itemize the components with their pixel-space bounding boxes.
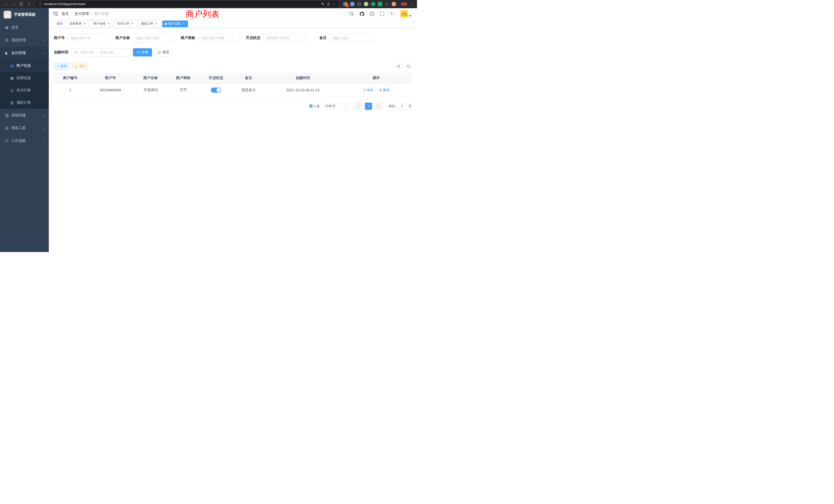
sidebar-item-app-info[interactable]: ▦ 应用信息 [0, 72, 49, 84]
sidebar-item-infrastructure[interactable]: ▧ 基础设施 [0, 109, 49, 122]
extension-icon-1[interactable]: 10 [343, 2, 348, 6]
add-button[interactable]: + 新增 [54, 63, 70, 70]
share-icon[interactable] [327, 2, 330, 6]
yen-icon: ¥ [5, 51, 11, 55]
site-info-icon[interactable]: i [39, 2, 42, 6]
user-avatar[interactable] [400, 10, 411, 18]
extension-icon-3[interactable] [357, 2, 361, 6]
sidebar-item-refund-order[interactable]: ▥ 退款订单 [0, 96, 49, 109]
forward-icon[interactable]: → [10, 1, 17, 7]
merchant-table: 商户编号 商户号 商户全称 商户简称 开启状态 备注 创建时间 操作 1 M23… [54, 73, 412, 97]
goto-page-input[interactable] [397, 103, 407, 110]
extension-icon-7[interactable] [385, 2, 389, 6]
close-icon[interactable]: × [131, 22, 134, 26]
sidebar-item-label: 支付管理 [11, 51, 26, 55]
search-button[interactable]: 搜索 [133, 48, 152, 56]
back-icon[interactable]: ← [3, 1, 9, 7]
sidebar-item-merchant-info[interactable]: ▤ 商户信息 [0, 60, 49, 72]
sidebar-item-system[interactable]: ⚙ 系统管理 [0, 34, 49, 47]
delete-button[interactable]: 删除 [379, 88, 390, 92]
bookmark-star-icon[interactable]: ☆ [332, 2, 335, 6]
field-label: 商户号 [54, 36, 65, 40]
refund-order-icon: ▥ [10, 100, 17, 105]
tab-process-form[interactable]: 流程表单 × [67, 21, 89, 27]
toggle-search-icon[interactable] [395, 63, 402, 70]
help-icon[interactable]: ? [370, 12, 374, 16]
close-icon[interactable]: × [182, 22, 185, 26]
close-icon[interactable]: × [83, 22, 87, 26]
chrome-update-button[interactable]: 更新 [401, 2, 407, 6]
gear-icon: ⚙ [5, 38, 11, 43]
extension-icon-8[interactable] [392, 2, 396, 6]
breadcrumb-payment[interactable]: 支付管理 [74, 12, 89, 16]
search-icon[interactable] [349, 12, 354, 16]
sidebar-item-devtools[interactable]: ⊞ 研发工具 [0, 122, 49, 135]
sidebar-item-home[interactable]: ◉ 首页 [0, 21, 49, 34]
password-key-icon[interactable] [321, 2, 325, 6]
pagination-goto: 前往 页 [389, 103, 412, 110]
app-title: 芋道管理系统 [14, 12, 36, 17]
extension-icon-5[interactable] [371, 2, 375, 6]
merchant-no-input-field[interactable] [71, 36, 107, 40]
extension-icon-6[interactable] [378, 2, 382, 6]
header-merchant-no: 商户号 [87, 73, 134, 83]
merchant-fullname-input-field[interactable] [136, 36, 172, 40]
avatar-caret-icon [409, 16, 411, 17]
breadcrumb-separator: / [91, 12, 92, 16]
merchant-shortname-input-field[interactable] [201, 36, 237, 40]
font-size-icon[interactable]: TT [390, 12, 395, 16]
sidebar-item-payment[interactable]: ¥ 支付管理 [0, 47, 49, 60]
prev-page-button[interactable]: ‹ [355, 102, 362, 110]
cell-actions: 修改 删除 [341, 83, 412, 97]
remark-input-field[interactable] [332, 36, 371, 40]
next-page-button[interactable]: › [375, 102, 382, 110]
refresh-icon[interactable] [405, 63, 412, 70]
breadcrumb-current: 商户信息 [94, 12, 109, 16]
tab-user-group[interactable]: 用户分组 × [91, 21, 113, 27]
breadcrumb: 首页 / 支付管理 / 商户信息 [62, 12, 109, 16]
fullscreen-icon[interactable] [380, 12, 385, 16]
github-icon[interactable] [359, 12, 364, 17]
extension-icon-2[interactable] [350, 2, 355, 6]
date-range-picker[interactable]: - [71, 48, 130, 56]
search-form-row-2: 创建时间 - 搜索 重置 [54, 48, 412, 56]
page-size-value: 10条/页 [325, 104, 336, 108]
close-icon[interactable]: × [155, 22, 158, 26]
address-bar[interactable]: i localhost:1024/pay/merchant ☆ [36, 1, 338, 7]
cell-merchant-no: M233666999 [87, 83, 134, 97]
sidebar-item-pay-order[interactable]: ◎ 支付订单 [0, 84, 49, 96]
sidebar-item-workflow[interactable]: ⊡ 工作流程 [0, 135, 49, 147]
tab-pay-order[interactable]: 支付订单 × [114, 21, 137, 27]
reset-button[interactable]: 重置 [154, 48, 173, 56]
merchant-fullname-input[interactable] [133, 34, 175, 42]
svg-text:?: ? [371, 13, 373, 16]
hamburger-icon[interactable] [49, 12, 62, 16]
status-select[interactable]: 请选择开启状态 [263, 34, 308, 42]
chevron-down-icon [43, 139, 45, 141]
tab-home[interactable]: 首页 [54, 21, 65, 27]
page-1-button[interactable]: 1 [365, 102, 372, 110]
tab-refund-order[interactable]: 退款订单 × [138, 21, 161, 27]
extension-icon-4[interactable] [364, 2, 369, 6]
remark-input[interactable] [330, 34, 374, 42]
merchant-shortname-input[interactable] [198, 34, 240, 42]
chevron-down-icon [43, 127, 45, 129]
navbar-actions: ? TT [349, 10, 417, 18]
home-icon[interactable]: ⌂ [26, 1, 32, 7]
field-remark: 备注 [320, 34, 374, 42]
end-date-input[interactable] [98, 50, 115, 54]
chrome-menu-icon[interactable]: ⋮ [410, 2, 414, 6]
cell-full-name: 芋道源码 [134, 83, 167, 97]
breadcrumb-home[interactable]: 首页 [62, 12, 69, 16]
close-icon[interactable]: × [107, 22, 110, 26]
url-text: localhost:1024/pay/merchant [44, 2, 319, 6]
logo[interactable]: 芋道管理系统 [0, 8, 49, 21]
reload-icon[interactable] [18, 1, 25, 7]
tab-merchant-info[interactable]: 商户信息 × [162, 21, 188, 27]
export-button[interactable]: 导出 [72, 63, 88, 70]
page-size-select[interactable]: 10条/页 [323, 102, 348, 110]
merchant-no-input[interactable] [68, 34, 109, 42]
status-toggle[interactable] [211, 88, 221, 93]
start-date-input[interactable] [79, 50, 95, 54]
edit-button[interactable]: 修改 [363, 88, 374, 92]
